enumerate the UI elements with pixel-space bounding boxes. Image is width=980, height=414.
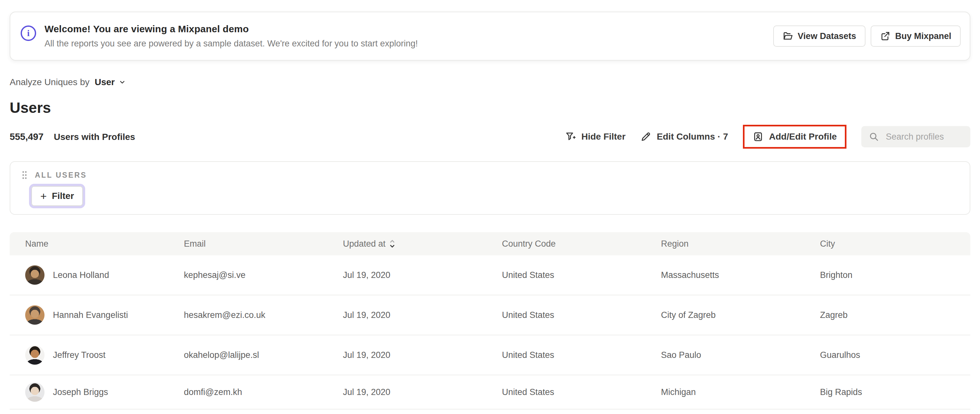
city-cell: Big Rapids — [820, 387, 970, 397]
avatar — [25, 345, 45, 365]
table-toolbar: Hide Filter Edit Columns · 7 — [565, 125, 970, 149]
table-row[interactable]: Jeffrey Troost okahelop@lalijpe.sl Jul 1… — [10, 335, 970, 375]
email-cell: okahelop@lalijpe.sl — [184, 350, 343, 360]
country-code-cell: United States — [502, 387, 661, 397]
folder-icon — [783, 31, 793, 41]
column-header-country-code[interactable]: Country Code — [502, 239, 661, 249]
view-datasets-label: View Datasets — [798, 31, 856, 41]
region-cell: Sao Paulo — [661, 350, 820, 360]
info-icon: i — [21, 25, 36, 41]
country-code-cell: United States — [502, 350, 661, 360]
region-cell: Michigan — [661, 387, 820, 397]
profiles-table: Name Email Updated at Country Code Regio… — [10, 232, 970, 409]
banner-subtitle: All the reports you see are powered by a… — [45, 39, 418, 49]
updated-at-cell: Jul 19, 2020 — [343, 387, 502, 397]
column-header-updated-at[interactable]: Updated at — [343, 239, 502, 249]
demo-banner: i Welcome! You are viewing a Mixpanel de… — [10, 12, 970, 60]
column-header-email[interactable]: Email — [184, 239, 343, 249]
updated-at-cell: Jul 19, 2020 — [343, 310, 502, 320]
updated-at-cell: Jul 19, 2020 — [343, 270, 502, 280]
profile-count-label: Users with Profiles — [54, 132, 135, 142]
analyze-by-row: Analyze Uniques by User — [10, 77, 970, 88]
avatar — [25, 305, 45, 325]
analyze-by-label: Analyze Uniques by — [10, 77, 89, 87]
buy-mixpanel-label: Buy Mixpanel — [895, 31, 951, 41]
add-edit-profile-button[interactable]: Add/Edit Profile — [752, 131, 837, 142]
add-filter-label: Filter — [52, 191, 74, 201]
avatar — [25, 265, 45, 285]
column-header-city[interactable]: City — [820, 239, 970, 249]
filter-button-focus-ring: + Filter — [29, 184, 85, 208]
add-edit-profile-label: Add/Edit Profile — [769, 132, 837, 142]
city-cell: Guarulhos — [820, 350, 970, 360]
add-filter-button[interactable]: + Filter — [31, 186, 83, 206]
sort-icon[interactable] — [389, 239, 395, 248]
pencil-icon — [640, 131, 651, 142]
hide-filter-button[interactable]: Hide Filter — [565, 131, 625, 142]
banner-text: Welcome! You are viewing a Mixpanel demo… — [45, 24, 418, 49]
table-row[interactable]: Leona Holland kephesaj@si.ve Jul 19, 202… — [10, 255, 970, 295]
plus-icon: + — [40, 190, 47, 201]
buy-mixpanel-button[interactable]: Buy Mixpanel — [871, 25, 961, 47]
view-datasets-button[interactable]: View Datasets — [773, 25, 865, 47]
name-cell: Leona Holland — [25, 265, 184, 285]
hide-filter-label: Hide Filter — [581, 132, 625, 142]
updated-at-cell: Jul 19, 2020 — [343, 350, 502, 360]
banner-actions: View Datasets Buy Mixpanel — [773, 25, 961, 47]
email-cell: kephesaj@si.ve — [184, 270, 343, 280]
country-code-cell: United States — [502, 270, 661, 280]
table-header-row: Name Email Updated at Country Code Regio… — [10, 232, 970, 255]
analyze-by-dropdown[interactable]: User — [92, 77, 126, 87]
banner-title: Welcome! You are viewing a Mixpanel demo — [45, 24, 418, 35]
analyze-by-value: User — [94, 77, 115, 87]
region-cell: City of Zagreb — [661, 310, 820, 320]
edit-columns-label: Edit Columns · 7 — [657, 132, 728, 142]
filter-plus-icon — [565, 131, 576, 142]
drag-handle-icon[interactable] — [21, 170, 28, 180]
search-icon — [869, 131, 879, 142]
city-cell: Zagreb — [820, 310, 970, 320]
search-profiles-box[interactable] — [861, 126, 970, 148]
profile-count: 555,497 Users with Profiles — [10, 132, 135, 142]
column-header-name[interactable]: Name — [25, 239, 184, 249]
edit-columns-button[interactable]: Edit Columns · 7 — [640, 131, 728, 142]
page-title: Users — [10, 99, 970, 116]
count-toolbar-row: 555,497 Users with Profiles Hide Filter … — [10, 124, 970, 150]
table-row[interactable]: Joseph Briggs domfi@zem.kh Jul 19, 2020 … — [10, 375, 970, 409]
name-cell: Joseph Briggs — [25, 382, 184, 402]
email-cell: domfi@zem.kh — [184, 387, 343, 397]
table-row[interactable]: Hannah Evangelisti hesakrem@ezi.co.uk Ju… — [10, 295, 970, 335]
profile-card-icon — [752, 131, 764, 142]
country-code-cell: United States — [502, 310, 661, 320]
avatar — [25, 382, 45, 402]
banner-message: i Welcome! You are viewing a Mixpanel de… — [21, 24, 418, 49]
external-link-icon — [880, 31, 890, 41]
name-cell: Jeffrey Troost — [25, 345, 184, 365]
filter-group-header: ALL USERS — [21, 170, 970, 180]
column-header-region[interactable]: Region — [661, 239, 820, 249]
region-cell: Massachusetts — [661, 270, 820, 280]
search-profiles-input[interactable] — [885, 132, 963, 142]
city-cell: Brighton — [820, 270, 970, 280]
email-cell: hesakrem@ezi.co.uk — [184, 310, 343, 320]
chevron-down-icon — [119, 79, 126, 86]
profile-count-number: 555,497 — [10, 132, 43, 142]
add-edit-profile-highlight: Add/Edit Profile — [743, 125, 846, 149]
name-cell: Hannah Evangelisti — [25, 305, 184, 325]
filter-panel: ALL USERS + Filter — [10, 161, 970, 215]
filter-group-label: ALL USERS — [35, 171, 87, 179]
